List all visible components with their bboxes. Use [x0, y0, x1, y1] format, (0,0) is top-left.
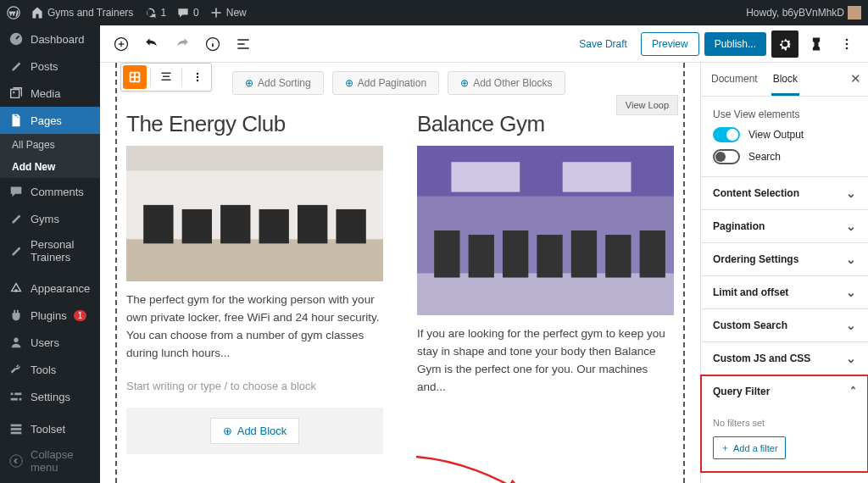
svg-rect-46	[563, 162, 632, 192]
svg-rect-44	[640, 230, 665, 278]
add-filter-button[interactable]: ＋Add a filter	[713, 436, 786, 459]
section-limit-offset[interactable]: Limit and offset⌄	[701, 276, 868, 308]
submenu-addnew[interactable]: Add New	[0, 156, 100, 178]
section-advanced[interactable]: Advanced⌄	[701, 472, 868, 483]
chevron-up-icon: ˄	[850, 385, 856, 398]
section-ordering[interactable]: Ordering Settings⌄	[701, 243, 868, 275]
section-custom-js-css[interactable]: Custom JS and CSS⌄	[701, 342, 868, 375]
section-content-selection[interactable]: Content Selection⌄	[701, 177, 868, 209]
svg-rect-22	[136, 78, 139, 81]
search-label: Search	[748, 151, 781, 163]
outline-button[interactable]	[231, 31, 256, 57]
svg-rect-8	[19, 398, 22, 401]
avatar	[848, 6, 861, 19]
add-other-blocks-button[interactable]: ⊕Add Other Blocks	[448, 71, 565, 95]
redo-button[interactable]	[170, 31, 195, 57]
view-block[interactable]: ⊕Add Sorting ⊕Add Pagination ⊕Add Other …	[115, 63, 685, 483]
add-pagination-button[interactable]: ⊕Add Pagination	[332, 71, 439, 95]
close-inspector-button[interactable]: ✕	[850, 71, 861, 86]
svg-point-24	[197, 76, 198, 78]
menu-media[interactable]: Media	[0, 80, 100, 107]
menu-posts[interactable]: Posts	[0, 53, 100, 80]
undo-button[interactable]	[139, 31, 164, 57]
save-draft-button[interactable]: Save Draft	[570, 33, 636, 55]
svg-rect-38	[434, 230, 459, 278]
svg-rect-33	[336, 209, 365, 243]
more-block-button[interactable]	[186, 65, 209, 89]
menu-settings[interactable]: Settings	[0, 383, 100, 410]
svg-rect-39	[469, 235, 494, 278]
svg-rect-20	[136, 74, 139, 77]
publish-button[interactable]: Publish...	[704, 32, 766, 56]
tab-document[interactable]: Document	[709, 63, 760, 96]
svg-rect-29	[182, 209, 212, 243]
plus-icon: ＋	[721, 441, 730, 454]
menu-plugins[interactable]: Plugins1	[0, 302, 100, 329]
menu-appearance[interactable]: Appearance	[0, 275, 100, 302]
block-inspector: Document Block ✕ Use View elements View …	[700, 63, 868, 483]
svg-rect-28	[143, 205, 173, 243]
updates-count: 1	[160, 7, 166, 19]
loop-item[interactable]: The Energy Club The perfect gym for the …	[122, 110, 387, 455]
svg-rect-27	[126, 239, 383, 281]
post-excerpt: The perfect gym for the working person w…	[126, 291, 383, 363]
preview-button[interactable]: Preview	[641, 32, 699, 56]
menu-tools[interactable]: Tools	[0, 356, 100, 383]
howdy-label: Howdy, b6yBVnMhkD	[746, 7, 844, 19]
more-options-button[interactable]	[834, 31, 860, 57]
loop-item[interactable]: Balance Gym If you are looking for the p…	[413, 110, 678, 455]
svg-point-23	[197, 73, 198, 75]
menu-pages[interactable]: Pages	[0, 107, 100, 134]
site-name-label: Gyms and Trainers	[47, 7, 133, 19]
menu-gyms[interactable]: Gyms	[0, 205, 100, 232]
post-excerpt: If you are looking for the perfect gym t…	[417, 325, 674, 397]
info-button[interactable]	[200, 31, 225, 57]
align-button[interactable]	[154, 65, 178, 89]
svg-rect-43	[605, 235, 631, 278]
no-filters-text: No filters set	[713, 418, 856, 428]
menu-trainers[interactable]: Personal Trainers	[0, 232, 100, 269]
submenu-allpages[interactable]: All Pages	[0, 134, 100, 156]
add-block-button-inner[interactable]: ⊕Add Block	[210, 418, 300, 444]
svg-point-3	[14, 289, 18, 292]
svg-rect-30	[220, 205, 250, 243]
settings-gear-button[interactable]	[771, 31, 798, 58]
comments-bar[interactable]: 0	[176, 6, 199, 19]
menu-users[interactable]: Users	[0, 329, 100, 356]
svg-rect-11	[11, 432, 22, 435]
toggle-search[interactable]	[713, 149, 740, 164]
menu-dashboard[interactable]: Dashboard	[0, 25, 100, 53]
section-query-filter[interactable]: Query Filter˄	[701, 375, 868, 408]
toolset-view-icon[interactable]	[123, 65, 147, 89]
chevron-down-icon: ⌄	[846, 286, 856, 299]
toggle-view-output[interactable]	[713, 127, 740, 142]
svg-rect-5	[11, 393, 14, 396]
updates[interactable]: 1	[143, 6, 166, 19]
toolset-pin-icon[interactable]	[804, 31, 829, 57]
new-content[interactable]: New	[209, 6, 247, 19]
svg-rect-34	[126, 146, 383, 171]
block-placeholder[interactable]: Start writing or type / to choose a bloc…	[126, 380, 383, 392]
view-output-label: View Output	[748, 129, 804, 141]
view-loop-button[interactable]: View Loop	[616, 95, 678, 115]
post-image	[417, 146, 674, 315]
site-name[interactable]: Gyms and Trainers	[31, 6, 133, 19]
editor-toolbar: Save Draft Preview Publish...	[100, 25, 868, 63]
svg-point-17	[846, 47, 849, 49]
add-sorting-button[interactable]: ⊕Add Sorting	[232, 71, 324, 95]
add-block-button[interactable]	[108, 31, 134, 57]
svg-point-12	[10, 455, 22, 467]
menu-collapse[interactable]: Collapse menu	[0, 442, 100, 480]
menu-toolset[interactable]: Toolset	[0, 415, 100, 442]
wp-logo[interactable]	[7, 6, 20, 19]
editor-canvas[interactable]: ⊕Add Sorting ⊕Add Pagination ⊕Add Other …	[100, 63, 700, 483]
tab-block[interactable]: Block	[771, 63, 799, 96]
menu-comments[interactable]: Comments	[0, 178, 100, 205]
section-pagination[interactable]: Pagination⌄	[701, 210, 868, 242]
svg-rect-32	[298, 205, 327, 243]
chevron-down-icon: ⌄	[846, 352, 856, 365]
svg-point-2	[13, 92, 15, 94]
wp-admin-bar: Gyms and Trainers 1 0 New Howdy, b6yBVnM…	[0, 0, 868, 25]
howdy[interactable]: Howdy, b6yBVnMhkD	[746, 6, 861, 19]
section-custom-search[interactable]: Custom Search⌄	[701, 309, 868, 341]
